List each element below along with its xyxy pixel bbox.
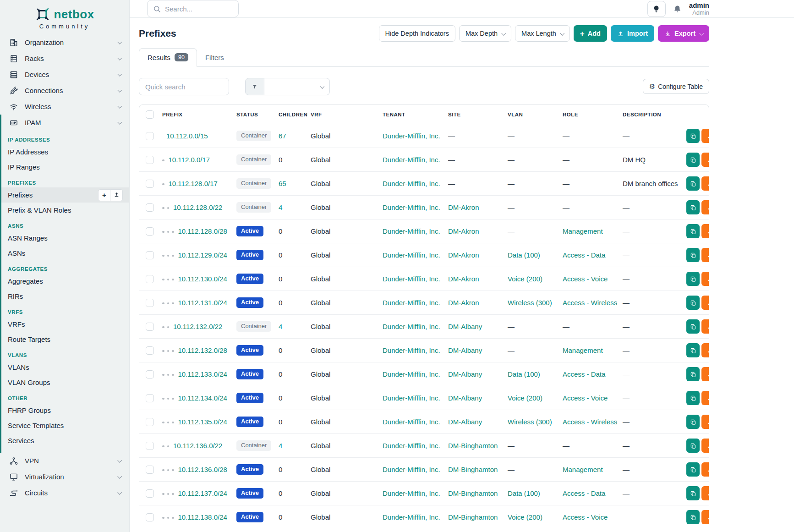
sidebar-item-vpn[interactable]: VPN bbox=[0, 453, 129, 469]
filter-button[interactable] bbox=[245, 78, 264, 95]
prefix-link[interactable]: 10.112.136.0/22 bbox=[173, 442, 222, 450]
row-checkbox[interactable] bbox=[146, 370, 154, 378]
copy-button[interactable] bbox=[686, 415, 700, 429]
prefix-link[interactable]: 10.112.0.0/15 bbox=[166, 132, 208, 140]
site-link[interactable]: DM-Akron bbox=[448, 275, 479, 283]
site-link[interactable]: DM-Akron bbox=[448, 227, 479, 235]
prefix-link[interactable]: 10.112.134.0/24 bbox=[178, 394, 227, 402]
copy-button[interactable] bbox=[686, 248, 700, 262]
row-checkbox[interactable] bbox=[146, 203, 154, 212]
copy-button[interactable] bbox=[686, 367, 700, 381]
role-link[interactable]: Access - Data bbox=[563, 370, 605, 378]
role-link[interactable]: Access - Voice bbox=[563, 275, 608, 283]
notifications-button[interactable] bbox=[673, 5, 682, 13]
sidebar-item-ip-ranges[interactable]: IP Ranges bbox=[1, 159, 129, 175]
prefix-link[interactable]: 10.112.128.0/17 bbox=[169, 180, 218, 187]
column-header-vrf[interactable]: VRF bbox=[306, 105, 378, 124]
column-header-vlan[interactable]: VLAN bbox=[503, 105, 558, 124]
quick-search-input[interactable] bbox=[139, 78, 229, 95]
row-checkbox[interactable] bbox=[146, 346, 154, 355]
sidebar-item-ipam[interactable]: IPAM bbox=[1, 115, 129, 131]
edit-button[interactable] bbox=[701, 296, 709, 310]
tenant-link[interactable]: Dunder-Mifflin, Inc. bbox=[383, 370, 440, 378]
max-length-dropdown[interactable]: Max Length bbox=[515, 25, 570, 42]
sidebar-item-vrfs[interactable]: VRFs bbox=[1, 317, 129, 332]
site-link[interactable]: DM-Akron bbox=[448, 203, 479, 211]
site-link[interactable]: DM-Binghamton bbox=[448, 513, 498, 521]
sidebar-item-virtualization[interactable]: Virtualization bbox=[0, 469, 129, 485]
sidebar-item-aggregates[interactable]: Aggregates bbox=[1, 274, 129, 289]
theme-toggle-button[interactable] bbox=[647, 1, 666, 17]
import-button[interactable]: Import bbox=[611, 25, 654, 42]
copy-button[interactable] bbox=[686, 153, 700, 167]
tab-filters[interactable]: Filters bbox=[197, 48, 232, 67]
column-header-role[interactable]: ROLE bbox=[558, 105, 618, 124]
tenant-link[interactable]: Dunder-Mifflin, Inc. bbox=[383, 394, 440, 402]
tenant-link[interactable]: Dunder-Mifflin, Inc. bbox=[383, 466, 440, 473]
row-checkbox[interactable] bbox=[146, 466, 154, 474]
prefix-link[interactable]: 10.112.133.0/24 bbox=[178, 370, 227, 378]
column-header-children[interactable]: CHILDREN bbox=[274, 105, 306, 124]
vlan-link[interactable]: Wireless (300) bbox=[508, 418, 552, 426]
tenant-link[interactable]: Dunder-Mifflin, Inc. bbox=[383, 251, 440, 259]
netbox-logo[interactable]: netbox Community bbox=[0, 0, 129, 34]
tab-results[interactable]: Results 90 bbox=[139, 48, 197, 67]
row-checkbox[interactable] bbox=[146, 275, 154, 283]
saved-filter-select[interactable] bbox=[264, 78, 330, 95]
prefix-link[interactable]: 10.112.132.0/28 bbox=[178, 346, 227, 354]
row-checkbox[interactable] bbox=[146, 251, 154, 259]
children-link[interactable]: 4 bbox=[279, 203, 282, 211]
sidebar-item-fhrp-groups[interactable]: FHRP Groups bbox=[1, 403, 129, 418]
tenant-link[interactable]: Dunder-Mifflin, Inc. bbox=[383, 156, 440, 164]
copy-button[interactable] bbox=[686, 272, 700, 286]
edit-button[interactable] bbox=[701, 129, 709, 143]
global-search[interactable] bbox=[147, 0, 239, 17]
sidebar-item-prefixes[interactable]: Prefixes+ bbox=[1, 187, 129, 203]
role-link[interactable]: Access - Voice bbox=[563, 513, 608, 521]
vlan-link[interactable]: Data (100) bbox=[508, 251, 540, 259]
copy-button[interactable] bbox=[686, 296, 700, 310]
edit-button[interactable] bbox=[701, 415, 709, 429]
quick-import-button[interactable] bbox=[110, 189, 123, 201]
site-link[interactable]: DM-Albany bbox=[448, 370, 482, 378]
column-header-description[interactable]: DESCRIPTION bbox=[618, 105, 682, 124]
edit-button[interactable] bbox=[701, 343, 709, 357]
copy-button[interactable] bbox=[686, 486, 700, 500]
sidebar-item-devices[interactable]: Devices bbox=[0, 66, 129, 82]
copy-button[interactable] bbox=[686, 224, 700, 238]
max-depth-dropdown[interactable]: Max Depth bbox=[459, 25, 511, 42]
row-checkbox[interactable] bbox=[146, 418, 154, 426]
sidebar-item-connections[interactable]: Connections bbox=[0, 82, 129, 99]
sidebar-item-service-templates[interactable]: Service Templates bbox=[1, 418, 129, 433]
prefix-link[interactable]: 10.112.0.0/17 bbox=[169, 156, 210, 164]
site-link[interactable]: DM-Albany bbox=[448, 418, 482, 426]
sidebar-item-organization[interactable]: Organization bbox=[0, 34, 129, 50]
edit-button[interactable] bbox=[701, 176, 709, 191]
site-link[interactable]: DM-Binghamton bbox=[448, 442, 498, 450]
sidebar-item-rirs[interactable]: RIRs bbox=[1, 289, 129, 304]
copy-button[interactable] bbox=[686, 462, 700, 477]
tenant-link[interactable]: Dunder-Mifflin, Inc. bbox=[383, 442, 440, 450]
copy-button[interactable] bbox=[686, 200, 700, 214]
row-checkbox[interactable] bbox=[146, 513, 154, 521]
tenant-link[interactable]: Dunder-Mifflin, Inc. bbox=[383, 203, 440, 211]
tenant-link[interactable]: Dunder-Mifflin, Inc. bbox=[383, 227, 440, 235]
add-button[interactable]: +Add bbox=[574, 25, 607, 42]
vlan-link[interactable]: Voice (200) bbox=[508, 513, 542, 521]
prefix-link[interactable]: 10.112.130.0/24 bbox=[178, 275, 227, 283]
prefix-link[interactable]: 10.112.131.0/24 bbox=[178, 299, 227, 307]
site-link[interactable]: DM-Albany bbox=[448, 346, 482, 354]
edit-button[interactable] bbox=[701, 462, 709, 477]
edit-button[interactable] bbox=[701, 272, 709, 286]
row-checkbox[interactable] bbox=[146, 180, 154, 188]
role-link[interactable]: Management bbox=[563, 346, 603, 354]
hide-depth-indicators-button[interactable]: Hide Depth Indicators bbox=[379, 25, 455, 42]
copy-button[interactable] bbox=[686, 129, 700, 143]
prefix-link[interactable]: 10.112.128.0/22 bbox=[173, 203, 222, 211]
sidebar-item-ip-addresses[interactable]: IP Addresses bbox=[1, 144, 129, 159]
copy-button[interactable] bbox=[686, 510, 700, 524]
role-link[interactable]: Access - Wireless bbox=[563, 418, 617, 426]
tenant-link[interactable]: Dunder-Mifflin, Inc. bbox=[383, 513, 440, 521]
site-link[interactable]: DM-Albany bbox=[448, 394, 482, 402]
role-link[interactable]: Access - Voice bbox=[563, 394, 608, 402]
